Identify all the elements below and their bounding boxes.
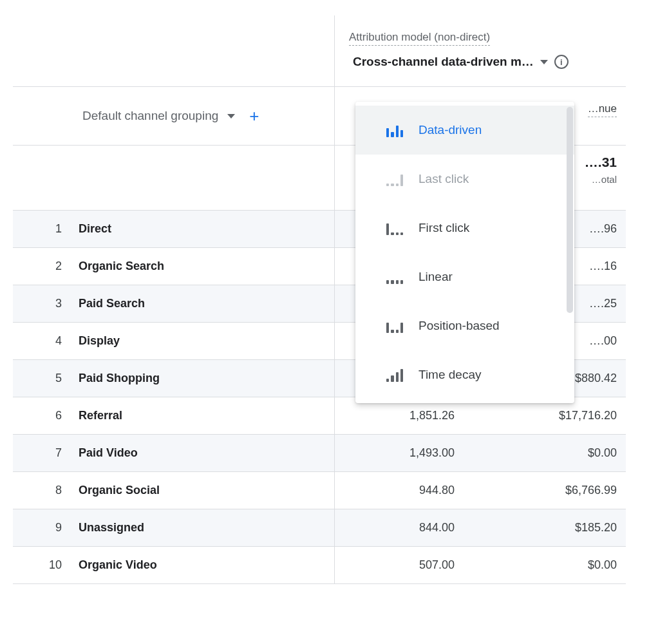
row-index: 6 [13,397,71,434]
menu-item-label: Time decay [419,368,482,382]
revenue-cell: $0.00 [464,435,626,471]
dimension-label: Default channel grouping [82,109,218,123]
table-row[interactable]: 8Organic Social944.80$6,766.99 [13,472,626,509]
conversions-cell: 507.00 [335,547,464,583]
menu-item-label: Data-driven [419,123,482,137]
row-index: 5 [13,360,71,397]
row-index: 8 [13,472,71,509]
row-index: 1 [13,211,71,247]
menu-item-last-click: Last click [355,155,574,204]
channel-name: Organic Search [71,248,334,285]
menu-item-label: First click [419,221,469,235]
channel-name: Organic Social [71,472,334,509]
channel-name: Paid Video [71,435,334,471]
channel-name: Display [71,323,334,359]
channel-name: Direct [71,211,334,247]
channel-name: Organic Video [71,547,334,583]
menu-item-position-based[interactable]: Position-based [355,301,574,350]
row-index: 2 [13,248,71,285]
channel-name: Unassigned [71,509,334,546]
data-driven-icon [386,123,403,137]
revenue-cell: $185.20 [464,509,626,546]
row-index: 7 [13,435,71,471]
menu-item-label: Position-based [419,319,500,333]
attribution-report-table: Attribution model (non-direct) Cross-cha… [13,15,626,584]
revenue-cell: $0.00 [464,547,626,583]
menu-item-time-decay[interactable]: Time decay [355,350,574,399]
table-row[interactable]: 7Paid Video1,493.00$0.00 [13,435,626,472]
last-click-icon [386,172,403,186]
channel-name: Referral [71,397,334,434]
row-index: 3 [13,285,71,322]
time-decay-icon [386,368,403,382]
dimension-selector[interactable]: Default channel grouping [21,109,235,123]
revenue-cell: $6,766.99 [464,472,626,509]
info-icon[interactable]: i [554,55,569,69]
conversions-cell: 844.00 [335,509,464,546]
conversions-cell: 1,493.00 [335,435,464,471]
linear-icon [386,270,403,284]
channel-name: Paid Search [71,285,334,322]
attribution-model-selected: Cross-channel data-driven m… [353,55,534,69]
menu-item-data-driven[interactable]: Data-driven [355,106,574,155]
table-row[interactable]: 10Organic Video507.00$0.00 [13,547,626,584]
menu-scrollbar[interactable] [567,107,573,313]
row-index: 4 [13,323,71,359]
attribution-model-label: Attribution model (non-direct) [349,31,490,46]
attribution-model-selector[interactable]: Cross-channel data-driven m… i [349,50,618,79]
menu-item-linear[interactable]: Linear [355,252,574,301]
channel-name: Paid Shopping [71,360,334,397]
chevron-down-icon [227,114,235,118]
menu-item-label: Linear [419,270,453,284]
attribution-model-menu: Data-drivenLast clickFirst clickLinearPo… [355,102,574,403]
position-based-icon [386,319,403,333]
chevron-down-icon [540,60,548,64]
table-row[interactable]: 9Unassigned844.00$185.20 [13,509,626,547]
column-header-revenue[interactable]: …nue [588,102,617,117]
menu-item-label: Last click [419,172,469,186]
menu-item-first-click[interactable]: First click [355,204,574,252]
conversions-cell: 944.80 [335,472,464,509]
first-click-icon [386,221,403,235]
row-index: 10 [13,547,71,583]
add-dimension-button[interactable]: + [247,105,261,127]
row-index: 9 [13,509,71,546]
